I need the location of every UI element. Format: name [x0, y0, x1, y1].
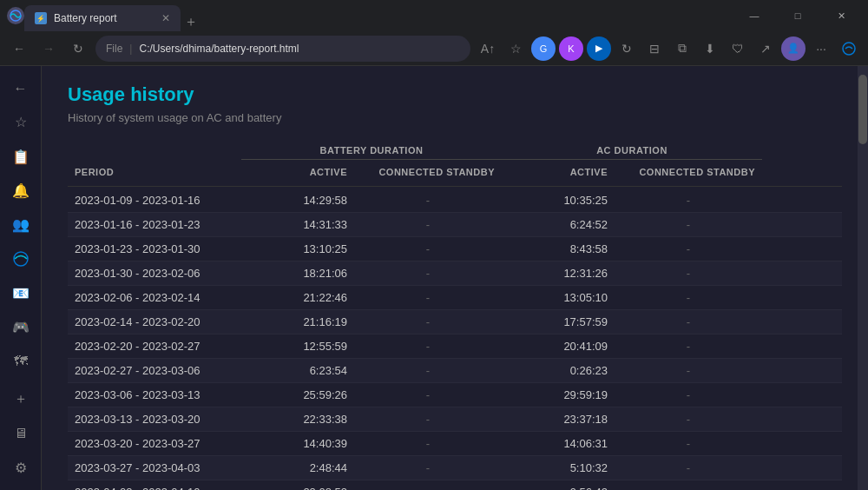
favorites-icon[interactable]: ☆: [503, 36, 528, 61]
sidebar: ← ☆ 📋 🔔 👥 📧 🎮 🗺 ＋ 🖥 ⚙: [0, 66, 42, 490]
k-icon[interactable]: K: [559, 36, 583, 61]
table-cell: 17:57:59: [502, 310, 615, 334]
table-row: 2023-01-23 - 2023-01-3013:10:25-8:43:58-: [68, 237, 842, 262]
forward-button[interactable]: →: [36, 36, 61, 61]
new-tab-button[interactable]: ＋: [184, 13, 198, 31]
table-cell: -: [354, 359, 502, 382]
svg-point-2: [14, 252, 28, 266]
p-icon[interactable]: ▶: [587, 36, 611, 61]
table-cell: -: [354, 480, 502, 490]
url-path: C:/Users/dhima/battery-report.html: [139, 43, 299, 55]
table-cell: -: [615, 262, 762, 285]
scrollbar-track[interactable]: [858, 66, 868, 490]
table-row: 2023-04-03 - 2023-04-1023:08:53-9:56:42-: [68, 480, 842, 490]
table-cell: -: [615, 456, 762, 480]
copy-icon[interactable]: ⧉: [670, 36, 694, 61]
sidebar-people-icon[interactable]: 👥: [5, 209, 36, 240]
more-icon[interactable]: ···: [809, 36, 833, 61]
table-cell: 14:29:58: [241, 189, 354, 212]
table-cell: -: [615, 286, 762, 309]
page-content: Usage history History of system usage on…: [42, 66, 868, 490]
browser-chrome: ⚡ Battery report ✕ ＋ — □ ✕ ← → ↻ File | …: [0, 0, 868, 66]
sidebar-mail-icon[interactable]: 📧: [5, 278, 36, 308]
table-row: 2023-01-16 - 2023-01-2314:31:33-6:24:52-: [68, 213, 842, 237]
tab-bar: ⚡ Battery report ✕ ＋: [24, 0, 734, 31]
table-cell: 2023-02-20 - 2023-02-27: [68, 334, 241, 358]
profile-button[interactable]: 👤: [781, 36, 806, 61]
svg-point-1: [843, 43, 855, 55]
sidebar-favorites-icon[interactable]: ☆: [5, 107, 36, 137]
table-cell: 2:48:44: [241, 456, 354, 480]
battery-standby-header: CONNECTED STANDBY: [354, 163, 502, 181]
refresh2-icon[interactable]: ↻: [615, 36, 639, 61]
table-cell: 10:35:25: [502, 189, 615, 212]
title-bar-left: [7, 7, 24, 24]
table-cell: -: [615, 359, 762, 382]
sidebar-collections-icon[interactable]: 📋: [5, 142, 36, 172]
sidebar-maps-icon[interactable]: 🗺: [5, 347, 36, 377]
minimize-button[interactable]: —: [734, 2, 774, 30]
shield-icon[interactable]: 🛡: [726, 36, 750, 61]
table-cell: -: [615, 432, 762, 455]
table-cell: -: [354, 237, 502, 261]
read-aloud-icon[interactable]: A↑: [476, 36, 500, 61]
url-separator: |: [129, 43, 132, 55]
sidebar-games-icon[interactable]: 🎮: [5, 312, 36, 342]
table-row: 2023-03-27 - 2023-04-032:48:44-5:10:32-: [68, 456, 842, 480]
battery-active-header: ACTIVE: [241, 163, 354, 181]
table-cell: -: [354, 213, 502, 236]
table-row: 2023-02-14 - 2023-02-2021:16:19-17:57:59…: [68, 310, 842, 334]
sidebar-screen-icon[interactable]: 🖥: [5, 418, 36, 448]
page-subtitle: History of system usage on AC and batter…: [68, 111, 842, 124]
tab-close-button[interactable]: ✕: [161, 12, 170, 24]
sidebar-settings-icon[interactable]: ⚙: [5, 453, 36, 483]
table-cell: 2023-01-23 - 2023-01-30: [68, 237, 241, 261]
usage-table: BATTERY DURATION AC DURATION PERIOD ACTI…: [68, 142, 842, 490]
g-icon[interactable]: G: [531, 36, 556, 61]
table-cell: 20:41:09: [502, 334, 615, 358]
back-button[interactable]: ←: [7, 36, 31, 61]
table-cell: -: [615, 383, 762, 407]
table-cell: 6:23:54: [241, 359, 354, 382]
table-cell: 2023-03-20 - 2023-03-27: [68, 432, 241, 455]
edge-copilot-icon[interactable]: [837, 36, 861, 61]
table-cell: 8:43:58: [502, 237, 615, 261]
table-row: 2023-03-20 - 2023-03-2714:40:39-14:06:31…: [68, 432, 842, 456]
close-button[interactable]: ✕: [821, 2, 861, 30]
table-cell: -: [615, 237, 762, 261]
table-cell: 2023-01-16 - 2023-01-23: [68, 213, 241, 236]
table-cell: -: [615, 480, 762, 490]
sidebar-back-icon[interactable]: ←: [5, 73, 36, 103]
table-cell: 14:31:33: [241, 213, 354, 236]
ac-standby-header: CONNECTED STANDBY: [615, 163, 762, 181]
table-cell: 9:56:42: [502, 480, 615, 490]
table-cell: 2023-03-13 - 2023-03-20: [68, 407, 241, 431]
refresh-button[interactable]: ↻: [66, 36, 90, 61]
table-body: 2023-01-09 - 2023-01-1614:29:58-10:35:25…: [68, 189, 842, 490]
col-headers: PERIOD ACTIVE CONNECTED STANDBY ACTIVE C…: [68, 163, 842, 187]
table-cell: 22:33:38: [241, 407, 354, 431]
table-cell: 29:59:19: [502, 383, 615, 407]
table-row: 2023-03-06 - 2023-03-1325:59:26-29:59:19…: [68, 383, 842, 407]
table-cell: 2023-01-09 - 2023-01-16: [68, 189, 241, 212]
sidebar-add-icon[interactable]: ＋: [5, 384, 36, 414]
share-icon[interactable]: ↗: [753, 36, 778, 61]
battery-duration-group: BATTERY DURATION: [241, 142, 502, 160]
split-icon[interactable]: ⊟: [642, 36, 667, 61]
address-bar: ← → ↻ File | C:/Users/dhima/battery-repo…: [0, 31, 868, 66]
sidebar-notifications-icon[interactable]: 🔔: [5, 175, 36, 206]
address-input[interactable]: File | C:/Users/dhima/battery-report.htm…: [95, 36, 470, 62]
table-cell: 25:59:26: [241, 383, 354, 407]
active-tab[interactable]: ⚡ Battery report ✕: [24, 5, 181, 31]
sidebar-edge-icon[interactable]: [5, 244, 36, 275]
maximize-button[interactable]: □: [778, 2, 818, 30]
table-cell: -: [354, 189, 502, 212]
download-icon[interactable]: ⬇: [698, 36, 722, 61]
scrollbar-thumb[interactable]: [858, 75, 867, 144]
table-cell: 2023-03-27 - 2023-04-03: [68, 456, 241, 480]
table-cell: 23:08:53: [241, 480, 354, 490]
table-row: 2023-01-30 - 2023-02-0618:21:06-12:31:26…: [68, 262, 842, 286]
table-cell: 5:10:32: [502, 456, 615, 480]
table-cell: -: [354, 286, 502, 309]
table-cell: -: [354, 262, 502, 285]
